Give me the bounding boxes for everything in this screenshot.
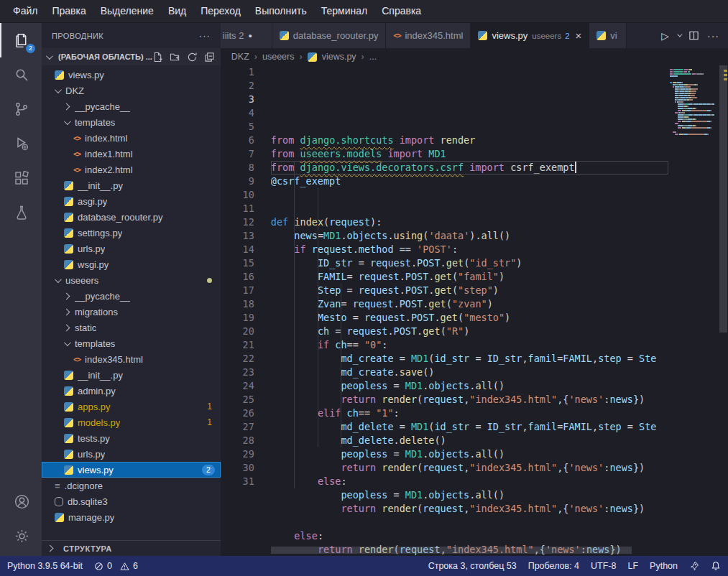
menu-Переход[interactable]: Переход [193,0,248,22]
minimap-content [670,69,717,135]
code-line: peopless = MD1.objects.all() [271,447,668,461]
activity-bar: 2 [0,23,42,556]
tree-item-migrations[interactable]: migrations [42,304,221,320]
tab-views.py[interactable]: views.pyuseeers2× [471,23,589,48]
language-mode[interactable]: Python [650,561,678,571]
testing-icon [13,204,30,221]
run-dropdown-icon[interactable] [677,32,682,37]
editor-actions: ▷··· [653,23,728,48]
encoding-status[interactable]: UTF-8 [591,561,616,571]
tree-item-db.sqlite3[interactable]: db.sqlite3 [42,493,221,509]
tree-item-__pycache__[interactable]: __pycache__ [42,98,221,114]
tree-item-label: templates [75,117,115,128]
breadcrumb-item-views.py[interactable]: views.py [322,52,356,62]
tree-item-index345.html[interactable]: <>index345.html [42,351,221,367]
split-editor-icon[interactable] [688,30,699,41]
line-number: 13 [221,229,254,243]
breadcrumb-item-...[interactable]: ... [369,52,377,62]
line-number: 18 [221,297,254,311]
line-number: 29 [221,447,254,461]
menu-Вид[interactable]: Вид [161,0,193,22]
tab-vi[interactable]: vi [589,23,627,48]
breadcrumb[interactable]: DKZ›useeers›views.py›... [221,48,728,65]
eol-status[interactable]: LF [627,561,638,571]
menu-Терминал[interactable]: Терминал [314,0,374,22]
menu-Выделение[interactable]: Выделение [93,0,161,22]
chevron-right-icon [47,545,54,552]
workspace-section-header[interactable]: (РАБОЧАЯ ОБЛАСТЬ) ... [42,48,221,65]
new-file-icon[interactable] [152,52,163,62]
horizontal-scrollbar-thumb[interactable] [271,547,632,554]
tab-iiits 2[interactable]: iiits 2● [221,23,272,48]
editor-gutter[interactable]: 1234567891011121314151617181920212223242… [221,65,271,556]
tab-database_roouter.py[interactable]: database_roouter.py [272,23,387,48]
vertical-scrollbar-thumb[interactable] [719,65,727,333]
tree-item-index1.html[interactable]: <>index1.html [42,146,221,162]
tree-item-settings.py[interactable]: settings.py [42,225,221,241]
tree-item-templates[interactable]: templates [42,335,221,351]
breadcrumb-item-DKZ[interactable]: DKZ [231,52,249,62]
python-file-icon [64,386,73,396]
tree-item-__init__.py[interactable]: __init__.py [42,177,221,193]
tree-item-urls.py[interactable]: urls.py [42,446,221,462]
tree-item-index2.html[interactable]: <>index2.html [42,162,221,177]
tree-item-useeers[interactable]: useeers [42,272,221,288]
code-area[interactable]: from django.shortcuts import renderfrom … [271,65,668,556]
tree-item-views.py[interactable]: views.py2 [42,462,221,478]
tree-item-apps.py[interactable]: apps.py1 [42,399,221,414]
line-number: 23 [221,366,254,379]
tree-item-admin.py[interactable]: admin.py [42,383,221,399]
tree-item-DKZ[interactable]: DKZ [42,83,221,98]
new-folder-icon[interactable] [170,52,180,62]
refresh-icon[interactable] [187,52,198,62]
horizontal-scrollbar[interactable] [271,547,659,554]
tree-item-urls.py[interactable]: urls.py [42,241,221,256]
tree-item-index.html[interactable]: <>index.html [42,130,221,146]
minimap[interactable] [668,65,719,556]
activitybar-explorer[interactable]: 2 [0,23,42,57]
python-interpreter-status[interactable]: Python 3.9.5 64-bit [7,561,83,571]
tree-item-templates[interactable]: templates [42,114,221,130]
menu-Правка[interactable]: Правка [45,0,93,22]
tree-item-label: views.py [68,70,104,80]
tree-item-wsgi.py[interactable]: wsgi.py [42,256,221,272]
cursor-position[interactable]: Строка 3, столбец 53 [428,561,517,571]
code-line: peopless = MD1.objects.all() [271,379,668,393]
indentation-status[interactable]: Пробелов: 4 [528,561,579,571]
activitybar-settings[interactable] [0,519,42,553]
code-line [271,516,668,529]
editor[interactable]: 1234567891011121314151617181920212223242… [221,65,728,556]
more-actions-icon[interactable]: ··· [707,30,719,42]
activitybar-testing[interactable] [0,195,42,230]
rocket-icon[interactable] [689,561,699,571]
close-icon[interactable]: × [576,30,582,41]
tree-item-models.py[interactable]: models.py1 [42,414,221,430]
more-actions-icon[interactable]: ··· [199,30,211,41]
breadcrumb-item-useeers[interactable]: useeers [262,52,294,62]
tree-item-views.py[interactable]: views.py [42,67,221,83]
activitybar-extensions[interactable] [0,161,42,195]
menu-Выполнить[interactable]: Выполнить [248,0,314,22]
collapse-folders-icon[interactable] [204,52,215,62]
tree-item-asgi.py[interactable]: asgi.py [42,193,221,209]
menu-Файл[interactable]: Файл [6,0,45,22]
outline-section-header[interactable]: СТРУКТУРА [42,540,221,556]
activitybar-search[interactable] [0,57,42,92]
tree-item-__init__.py[interactable]: __init__.py [42,367,221,383]
tab-index345.html[interactable]: <>index345.html [386,23,471,48]
tree-item-tests.py[interactable]: tests.py [42,430,221,446]
tree-item-manage.py[interactable]: manage.py [42,509,221,525]
tree-item-static[interactable]: static [42,320,221,335]
tree-item-.dcignore[interactable]: ≡.dcignore [42,478,221,493]
problems-status[interactable]: 0 6 [94,561,138,571]
tree-item-__pycache__[interactable]: __pycache__ [42,288,221,304]
activitybar-run-debug[interactable] [0,126,42,161]
activitybar-accounts[interactable] [0,484,42,519]
run-button[interactable]: ▷ [661,30,669,42]
activitybar-source-control[interactable] [0,92,42,126]
outline-label: СТРУКТУРА [63,544,112,553]
tree-item-database_roouter.py[interactable]: database_roouter.py [42,209,221,225]
vertical-scrollbar[interactable] [719,65,728,556]
menu-Справка[interactable]: Справка [374,0,428,22]
notifications-bell-icon[interactable] [711,561,721,571]
